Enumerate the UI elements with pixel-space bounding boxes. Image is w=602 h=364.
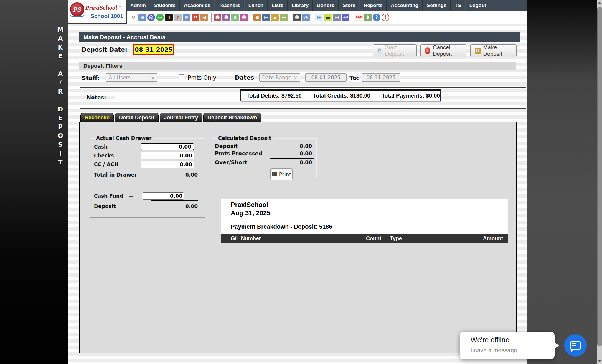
actual-cash-drawer-fieldset: Actual Cash Drawer Cash 0.00 Checks 0.00…: [90, 135, 205, 218]
tab-reconcile[interactable]: Reconcile: [80, 113, 114, 122]
notes-input[interactable]: [115, 92, 240, 100]
nav-item-store[interactable]: Store: [339, 0, 359, 11]
nav-item-admin[interactable]: Admin: [126, 0, 150, 11]
dates-label: Dates: [235, 74, 254, 81]
start-deposit-button[interactable]: ⊞ Start Deposit: [373, 44, 417, 57]
column-count: Count: [366, 234, 381, 243]
export-image-icon[interactable]: →: [280, 14, 288, 21]
ledger-table-icon[interactable]: ▦: [315, 14, 323, 21]
email-at-icon[interactable]: @: [147, 14, 155, 21]
cash-fund-label: Cash Fund: [94, 193, 127, 199]
pdf-icon[interactable]: PDF: [355, 14, 363, 21]
nav-item-reports[interactable]: Reports: [359, 0, 387, 11]
chat-bubble-green-icon[interactable]: ⋯: [156, 14, 164, 21]
vertical-scrollbar[interactable]: [597, 0, 602, 364]
date-range-select[interactable]: Date Range ∨: [259, 73, 300, 82]
pmts-only-checkbox[interactable]: [179, 74, 184, 80]
cash-input[interactable]: 0.00: [141, 143, 194, 150]
date-to-input[interactable]: 08-31-2025: [362, 73, 400, 82]
nav-item-students[interactable]: Students: [150, 0, 180, 11]
vertical-label-letter: A: [54, 70, 67, 78]
scrollbar-thumb[interactable]: [597, 7, 602, 346]
date-from-input[interactable]: 08-01-2025: [305, 73, 347, 82]
megaphone-icon[interactable]: ◀: [200, 14, 208, 21]
speaker-icon[interactable]: ♪: [174, 14, 182, 21]
chevron-down-icon: ∨: [151, 75, 155, 80]
nav-item-donors[interactable]: Donors: [313, 0, 339, 11]
nav-item-lunch[interactable]: Lunch: [244, 0, 268, 11]
scrollbar-up-button[interactable]: [598, 2, 601, 4]
toolbar-divider: [353, 13, 353, 22]
nav-item-academics[interactable]: Academics: [180, 0, 215, 11]
vertical-label-letter: A: [54, 34, 67, 43]
report-date: Aug 31, 2025: [231, 209, 271, 217]
chat-status-bubble[interactable]: We're offline Leave a message: [460, 332, 555, 359]
alarm-clock-icon[interactable]: ◔: [302, 14, 310, 21]
calculator-icon[interactable]: ⊞: [183, 14, 190, 21]
library-book-icon[interactable]: ▤: [262, 14, 270, 21]
calculator-icon: ⊞: [377, 48, 382, 54]
help-icon[interactable]: ?: [373, 14, 380, 21]
vertical-label-letter: P: [54, 123, 67, 131]
date-range-value: Date Range: [262, 75, 291, 80]
cash-drawer-legend: Actual Cash Drawer: [95, 135, 153, 141]
lunch-burger-icon[interactable]: ≡: [253, 14, 261, 21]
icon-toolbar: ⚲▦@⋯▯♪⊞17◀☻☻$☻≡▤▲→☻◔▦▬▤A/PPDF$?!: [126, 11, 527, 24]
reconcile-panel: Actual Cash Drawer Cash 0.00 Checks 0.00…: [79, 122, 517, 353]
text-caret: [192, 144, 192, 149]
calendar-date-icon[interactable]: 17: [192, 14, 199, 21]
cash-register-icon[interactable]: $: [364, 14, 372, 21]
search-icon[interactable]: ⚲: [130, 14, 137, 21]
checks-input[interactable]: 0.00: [141, 152, 194, 159]
total-in-drawer-label: Total in Drawer: [94, 172, 141, 178]
chat-launcher-button[interactable]: [564, 334, 587, 357]
admin-person-icon[interactable]: ☻: [293, 14, 301, 21]
alert-icon[interactable]: !: [382, 14, 389, 21]
column-amount: Amount: [483, 234, 503, 243]
staff-label: Staff:: [82, 74, 100, 81]
tab-detail-deposit[interactable]: Detail Deposit: [115, 113, 159, 122]
payment-breakdown-report: PraxiSchool Aug 31, 2025 Payment Breakdo…: [221, 199, 508, 243]
phone-icon[interactable]: ▯: [165, 14, 173, 21]
pmts-only-label: Pmts Only: [188, 74, 216, 81]
tab-journal-entry[interactable]: Journal Entry: [160, 113, 202, 122]
nav-item-ts[interactable]: TS: [451, 0, 465, 11]
family-icon[interactable]: ☻: [240, 14, 248, 21]
print-check-icon[interactable]: ▤: [333, 14, 341, 21]
nurse-icon[interactable]: ☻: [214, 14, 221, 21]
left-margin: MAKEA/RDEPOSIT: [0, 0, 68, 364]
nav-item-accounting[interactable]: Accounting: [387, 0, 423, 11]
ap-icon[interactable]: A/P: [342, 14, 349, 21]
right-margin: [527, 0, 597, 364]
tab-deposit-breakdown[interactable]: Deposit Breakdown: [203, 113, 261, 122]
drawer-deposit-label: Deposit: [94, 203, 141, 209]
make-deposit-button[interactable]: Π Make Deposit: [470, 44, 517, 57]
vertical-label-letter: O: [54, 131, 67, 140]
nav-item-teachers[interactable]: Teachers: [214, 0, 244, 11]
chat-icon: [570, 341, 581, 350]
nav-item-library[interactable]: Library: [288, 0, 313, 11]
nav-item-logout[interactable]: Logout: [465, 0, 491, 11]
pmts-processed-label: Pmts Processed: [215, 150, 262, 157]
deposit-date-input[interactable]: 08-31-2025: [133, 44, 174, 55]
tickets-icon[interactable]: $: [231, 14, 239, 21]
column-type: Type: [390, 234, 402, 243]
pmts-processed-value: 0.00: [262, 151, 314, 157]
print-button[interactable]: Print: [270, 168, 293, 180]
teacher-person-icon[interactable]: ☻: [222, 14, 230, 21]
bell-icon[interactable]: ▲: [271, 14, 279, 21]
nav-item-settings[interactable]: Settings: [423, 0, 451, 11]
cc-ach-input[interactable]: 0.00: [141, 161, 194, 168]
check-icon[interactable]: ▬: [324, 14, 332, 21]
nav-item-lists[interactable]: Lists: [268, 0, 288, 11]
deposit-filters-header: Deposit Filters: [79, 62, 516, 70]
to-label: To:: [349, 74, 359, 81]
calendar-grid-icon[interactable]: ▦: [138, 14, 146, 21]
scrollbar-down-button[interactable]: [598, 360, 601, 362]
cash-fund-input[interactable]: 0.00: [142, 192, 184, 200]
vertical-label-letter: E: [54, 114, 67, 123]
chat-prompt-text: Leave a message: [471, 347, 517, 354]
vertical-label-letter: I: [54, 149, 67, 158]
cancel-deposit-button[interactable]: × Cancel Deposit: [420, 44, 466, 57]
staff-select[interactable]: All Users ∨: [106, 73, 157, 82]
